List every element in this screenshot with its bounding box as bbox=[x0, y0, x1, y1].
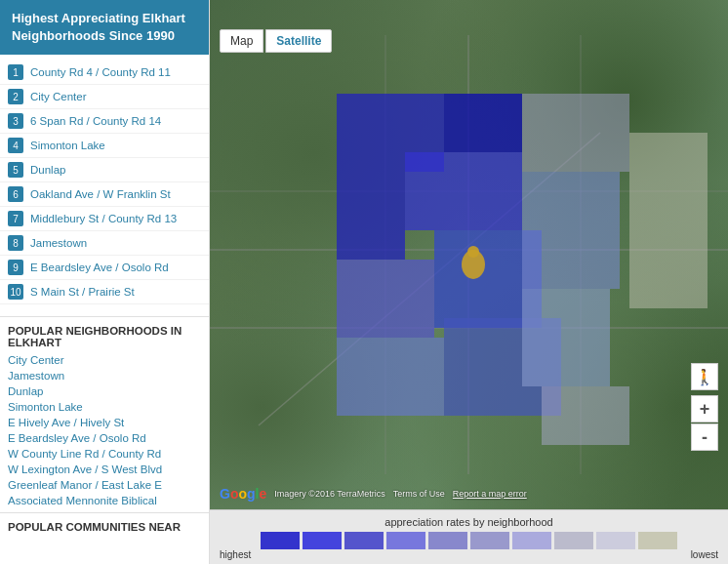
svg-rect-9 bbox=[444, 94, 522, 152]
zoom-controls: 🚶 + - bbox=[691, 363, 718, 451]
rank-label: Simonton Lake bbox=[30, 140, 105, 151]
svg-rect-20 bbox=[629, 133, 708, 308]
main-content: Map Satellite 🚶 + - Google Imagery ©2016… bbox=[210, 0, 728, 564]
map-container[interactable]: Map Satellite 🚶 + - Google Imagery ©2016… bbox=[210, 0, 728, 509]
svg-rect-15 bbox=[337, 338, 444, 416]
report-error-link[interactable]: Report a map error bbox=[453, 489, 527, 499]
legend-swatch-9 bbox=[596, 532, 635, 549]
map-attribution: Google Imagery ©2016 TerraMetrics Terms … bbox=[220, 486, 527, 502]
google-logo: Google bbox=[220, 486, 266, 502]
popular-item[interactable]: W County Line Rd / County Rd bbox=[8, 446, 201, 462]
ranked-item[interactable]: 5 Dunlap bbox=[0, 158, 209, 182]
ranked-item[interactable]: 1 County Rd 4 / County Rd 11 bbox=[0, 60, 209, 85]
rank-label: Jamestown bbox=[30, 237, 87, 249]
rank-label: County Rd 4 / County Rd 11 bbox=[30, 66, 171, 78]
ranked-item[interactable]: 4 Simonton Lake bbox=[0, 134, 209, 158]
legend-swatch-6 bbox=[470, 532, 509, 549]
svg-rect-16 bbox=[522, 172, 620, 289]
legend-title: appreciation rates by neighborhood bbox=[384, 516, 552, 528]
rank-number: 7 bbox=[8, 211, 23, 226]
legend-swatch-8 bbox=[554, 532, 593, 549]
popular-item[interactable]: Dunlap bbox=[8, 383, 201, 399]
popular-list: City CenterJamestownDunlapSimonton LakeE… bbox=[0, 352, 209, 508]
legend-labels: highest lowest bbox=[220, 549, 718, 560]
ranked-item[interactable]: 8 Jamestown bbox=[0, 231, 209, 256]
zoom-out-button[interactable]: - bbox=[691, 423, 718, 451]
legend-bar: appreciation rates by neighborhood highe… bbox=[210, 509, 728, 564]
popular-item[interactable]: E Beardsley Ave / Osolo Rd bbox=[8, 430, 201, 446]
svg-rect-17 bbox=[522, 289, 610, 386]
legend-highest: highest bbox=[220, 549, 251, 560]
ranked-item[interactable]: 3 6 Span Rd / County Rd 14 bbox=[0, 109, 209, 134]
svg-rect-11 bbox=[405, 152, 522, 230]
rank-label: Oakland Ave / W Franklin St bbox=[30, 188, 171, 200]
legend-swatch-10 bbox=[638, 532, 677, 549]
rank-number: 6 bbox=[8, 186, 23, 202]
rank-number: 8 bbox=[8, 235, 23, 251]
rank-number: 2 bbox=[8, 89, 23, 104]
ranked-list: 1 County Rd 4 / County Rd 11 2 City Cent… bbox=[0, 55, 209, 310]
map-terms[interactable]: Terms of Use bbox=[393, 489, 445, 499]
rank-number: 10 bbox=[8, 284, 23, 300]
rank-number: 1 bbox=[8, 64, 23, 80]
popular-item[interactable]: City Center bbox=[8, 352, 201, 368]
street-view-icon[interactable]: 🚶 bbox=[691, 363, 718, 390]
rank-number: 3 bbox=[8, 113, 23, 129]
rank-label: City Center bbox=[30, 91, 87, 102]
neighborhoods-overlay bbox=[210, 0, 728, 509]
ranked-item[interactable]: 7 Middlebury St / County Rd 13 bbox=[0, 207, 209, 231]
popular-item[interactable]: Greenleaf Manor / East Lake E bbox=[8, 477, 201, 493]
satellite-button[interactable]: Satellite bbox=[265, 29, 332, 53]
communities-header: POPULAR COMMUNITIES NEAR bbox=[0, 512, 209, 535]
map-controls: Map Satellite bbox=[220, 29, 332, 53]
svg-point-22 bbox=[467, 246, 479, 258]
sidebar: Highest Appreciating Elkhart Neighborhoo… bbox=[0, 0, 210, 564]
ranked-item[interactable]: 10 S Main St / Prairie St bbox=[0, 280, 209, 304]
ranked-item[interactable]: 6 Oakland Ave / W Franklin St bbox=[0, 182, 209, 207]
legend-swatch-3 bbox=[344, 532, 384, 549]
rank-number: 5 bbox=[8, 162, 23, 178]
rank-number: 4 bbox=[8, 138, 23, 153]
legend-swatch-5 bbox=[428, 532, 467, 549]
popular-neighborhoods-header: POPULAR NEIGHBORHOODS IN ELKHART bbox=[0, 317, 209, 352]
svg-rect-12 bbox=[337, 260, 434, 338]
map-imagery-credit: Imagery ©2016 TerraMetrics bbox=[274, 489, 385, 499]
legend-swatch-4 bbox=[386, 532, 425, 549]
popular-item[interactable]: W Lexington Ave / S West Blvd bbox=[8, 462, 201, 477]
popular-item[interactable]: Jamestown bbox=[8, 368, 201, 383]
legend-swatch-2 bbox=[303, 532, 342, 549]
rank-number: 9 bbox=[8, 260, 23, 275]
zoom-in-button[interactable]: + bbox=[691, 395, 718, 423]
map-button[interactable]: Map bbox=[220, 29, 263, 53]
legend-swatch-1 bbox=[261, 532, 300, 549]
popular-item[interactable]: Associated Mennonite Biblical bbox=[8, 493, 201, 508]
rank-label: Middlebury St / County Rd 13 bbox=[30, 213, 177, 224]
ranked-item[interactable]: 9 E Beardsley Ave / Osolo Rd bbox=[0, 256, 209, 280]
svg-rect-18 bbox=[522, 94, 629, 172]
svg-rect-10 bbox=[337, 172, 405, 260]
rank-label: E Beardsley Ave / Osolo Rd bbox=[30, 262, 169, 273]
popular-item[interactable]: E Hively Ave / Hively St bbox=[8, 415, 201, 430]
legend-swatches bbox=[220, 532, 718, 549]
rank-label: S Main St / Prairie St bbox=[30, 286, 135, 298]
ranked-item[interactable]: 2 City Center bbox=[0, 85, 209, 109]
sidebar-title: Highest Appreciating Elkhart Neighborhoo… bbox=[12, 11, 185, 43]
rank-label: 6 Span Rd / County Rd 14 bbox=[30, 115, 161, 127]
popular-item[interactable]: Simonton Lake bbox=[8, 399, 201, 415]
rank-label: Dunlap bbox=[30, 164, 65, 176]
legend-lowest: lowest bbox=[691, 549, 718, 560]
legend-swatch-7 bbox=[512, 532, 551, 549]
svg-rect-19 bbox=[542, 386, 629, 445]
sidebar-header: Highest Appreciating Elkhart Neighborhoo… bbox=[0, 0, 209, 55]
